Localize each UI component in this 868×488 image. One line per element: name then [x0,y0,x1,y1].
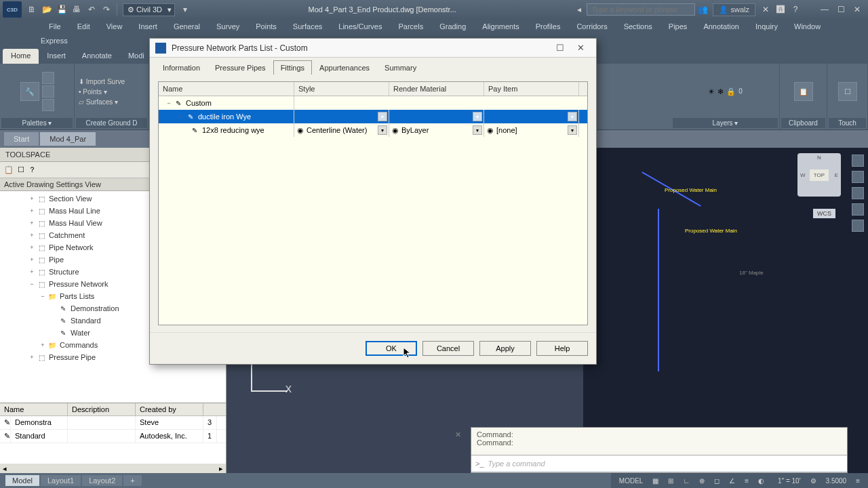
menu-sections[interactable]: Sections [616,19,660,34]
parts-row[interactable]: −✎ductile iron Wye▾▾▾ [159,110,587,123]
panel-btn-icon[interactable] [42,99,54,111]
pan-icon[interactable] [852,155,864,167]
menu-file[interactable]: File [41,19,69,34]
ts-btn-icon[interactable]: ？ [28,165,36,175]
cell-dropdown-icon[interactable]: ▾ [378,125,387,135]
panel-label[interactable]: Touch [829,118,866,128]
infocenter-icon[interactable]: 👥 [696,3,709,16]
surfaces-button[interactable]: ▱ Surfaces ▾ [79,98,118,106]
snap-icon[interactable]: ⊞ [665,477,676,485]
toolspace-icon[interactable]: 🔧 [20,82,39,101]
command-input[interactable]: >_ Type a command [471,455,847,471]
layout-tab[interactable]: + [123,475,141,486]
layout-tab[interactable]: Layout1 [41,475,81,486]
parts-row[interactable]: −✎Custom [159,96,587,110]
menu-inquiry[interactable]: Inquiry [747,19,786,34]
grid-row[interactable]: ✎DemonstraSteve3 [0,416,226,430]
dialog-titlebar[interactable]: Pressure Network Parts List - Custom ☐ ✕ [150,39,596,58]
viewcube-top[interactable]: TOP [810,169,829,181]
parts-column-header[interactable]: Pay Item [484,82,579,96]
wcs-badge[interactable]: WCS [813,209,835,218]
scrollbar[interactable]: ◂▸ [0,464,226,473]
workspace-dropdown[interactable]: ⚙ Civil 3D [123,3,175,16]
file-tab[interactable]: Mod 4_Par [40,132,96,146]
dialog-tab-summary[interactable]: Summary [377,60,424,75]
lineweight-icon[interactable]: ≡ [742,477,751,485]
maximize-icon[interactable]: ☐ [833,3,849,16]
otrack-icon[interactable]: ∠ [726,477,738,485]
dialog-close-icon[interactable]: ✕ [570,43,591,53]
panel-label[interactable]: Create Ground D [76,118,147,128]
parts-grid[interactable]: NameStyleRender MaterialPay Item −✎Custo… [158,81,588,325]
parts-column-header[interactable]: Style [294,82,389,96]
lock-icon[interactable]: 🔒 [726,87,736,96]
ribbon-tab[interactable]: Annotate [74,49,120,64]
layout-tab[interactable]: Model [5,475,39,486]
menu-grading[interactable]: Grading [431,19,474,34]
panel-btn-icon[interactable] [42,72,54,84]
menu-points[interactable]: Points [248,19,285,34]
transparency-icon[interactable]: ◐ [755,477,767,485]
apply-button[interactable]: Apply [479,341,531,356]
cell-dropdown-icon[interactable]: ▾ [568,112,577,121]
showmotion-icon[interactable] [852,220,864,232]
zoom-icon[interactable] [852,171,864,183]
menu-survey[interactable]: Survey [208,19,248,34]
parts-column-header[interactable]: Name [159,82,294,96]
menu-corridors[interactable]: Corridors [568,19,615,34]
autodesk-icon[interactable]: 🅰 [774,3,787,16]
cell-dropdown-icon[interactable]: ▾ [473,112,482,121]
parts-column-header[interactable]: Render Material [389,82,484,96]
qat-undo-icon[interactable]: ↶ [85,3,98,16]
parts-list-grid[interactable]: NameDescriptionCreated by ✎DemonstraStev… [0,403,226,464]
help-icon[interactable]: ? [789,3,802,16]
polar-icon[interactable]: ⊕ [696,477,707,485]
viewcube[interactable]: N W TOP E [797,153,841,197]
grid-icon[interactable]: ▦ [650,477,661,485]
grid-header[interactable]: Description [68,403,136,415]
paste-icon[interactable]: 📋 [794,82,813,101]
ortho-icon[interactable]: ∟ [680,477,692,485]
customize-icon[interactable]: ≡ [853,477,863,485]
qat-redo-icon[interactable]: ↷ [100,3,113,16]
help-button[interactable]: Help [536,341,588,356]
ribbon-tab[interactable]: Modi [120,49,153,64]
ribbon-tab[interactable]: Insert [39,49,74,64]
grid-row[interactable]: ✎StandardAutodesk, Inc.1 [0,430,226,443]
dialog-tab-fittings[interactable]: Fittings [273,60,312,75]
gear-icon[interactable]: ⚙ [808,477,819,485]
cancel-button[interactable]: Cancel [422,341,474,356]
ok-button[interactable]: OK [366,341,417,356]
panel-label[interactable]: Palettes ▾ [1,118,73,128]
panel-btn-icon[interactable] [42,85,54,98]
cmd-close-icon[interactable]: ✕ [455,430,461,439]
points-button[interactable]: • Points ▾ [79,88,107,96]
menu-window[interactable]: Window [786,19,829,34]
touch-icon[interactable]: ☐ [838,82,857,101]
orbit-icon[interactable] [852,187,864,199]
ts-btn-icon[interactable]: 📋 [4,165,14,174]
menu-pipes[interactable]: Pipes [660,19,696,34]
model-button[interactable]: MODEL [616,477,646,485]
menu-surfaces[interactable]: Surfaces [285,19,330,34]
command-line[interactable]: ✕ Command: Command: >_ Type a command [471,427,848,473]
cell-dropdown-icon[interactable]: ▾ [378,112,387,121]
dialog-tab-pressure-pipes[interactable]: Pressure Pipes [208,60,273,75]
grid-header[interactable]: Name [0,403,68,415]
menu-lines/curves[interactable]: Lines/Curves [330,19,390,34]
qat-save-icon[interactable]: 💾 [55,3,68,16]
osnap-icon[interactable]: ◻ [711,477,722,485]
menu-edit[interactable]: Edit [69,19,98,34]
cell-dropdown-icon[interactable]: ▾ [568,125,577,135]
menu-view[interactable]: View [98,19,131,34]
menu-general[interactable]: General [165,19,208,34]
cell-dropdown-icon[interactable]: ▾ [473,125,482,135]
qat-new-icon[interactable]: 🗎 [25,3,39,16]
freeze-icon[interactable]: ❄ [717,87,724,96]
import-survey-button[interactable]: ⬇ Import Surve [79,78,125,85]
sun-icon[interactable]: ☀ [708,87,715,96]
minimize-icon[interactable]: — [816,3,833,16]
menu-annotation[interactable]: Annotation [695,19,747,34]
menu-profiles[interactable]: Profiles [528,19,569,34]
dialog-tab-information[interactable]: Information [155,60,208,75]
